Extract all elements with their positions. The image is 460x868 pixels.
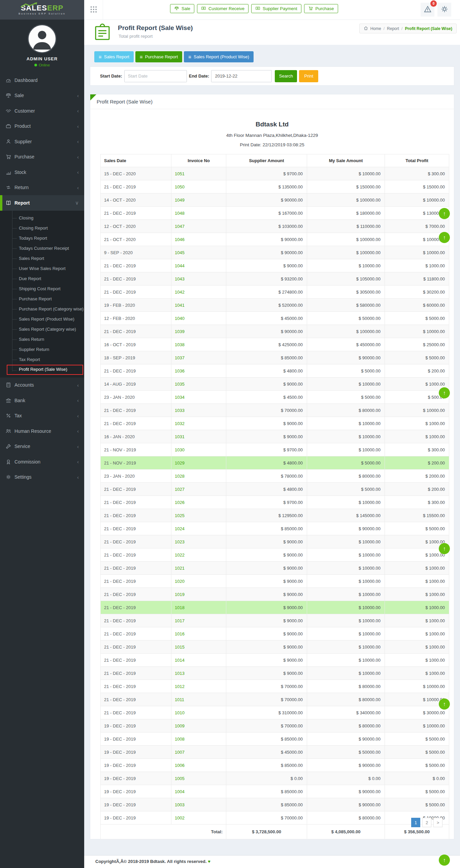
- search-button[interactable]: Search: [275, 70, 297, 82]
- invoice-link[interactable]: 1014: [175, 658, 185, 663]
- invoice-link[interactable]: 1005: [175, 776, 185, 781]
- submenu-item-purchase-report[interactable]: Purchase Report: [0, 294, 84, 304]
- sidebar-item-dashboard[interactable]: Dashboard: [0, 72, 84, 88]
- invoice-link[interactable]: 1050: [175, 184, 185, 189]
- invoice-link[interactable]: 1037: [175, 355, 185, 360]
- invoice-link[interactable]: 1040: [175, 316, 185, 321]
- page-2-button[interactable]: 2: [422, 818, 431, 827]
- tab-purchase-report[interactable]: ≡Purchase Report: [135, 51, 182, 62]
- sidebar-item-supplier[interactable]: Supplier‹: [0, 134, 84, 149]
- sidebar-item-service[interactable]: Service‹: [0, 439, 84, 454]
- scroll-top-button[interactable]: ↑: [439, 208, 450, 219]
- invoice-link[interactable]: 1015: [175, 645, 185, 650]
- apps-grid-icon[interactable]: [89, 5, 98, 14]
- invoice-link[interactable]: 1003: [175, 802, 185, 807]
- submenu-item-user-wise-sales-report[interactable]: User Wise Sales Report: [0, 264, 84, 274]
- submenu-item-tax-report[interactable]: Tax Report: [0, 355, 84, 365]
- sale-button[interactable]: Sale: [170, 4, 194, 13]
- submenu-item-closing-report[interactable]: Closing Report: [0, 223, 84, 233]
- start-date-input[interactable]: [124, 70, 187, 82]
- submenu-item-sales-return[interactable]: Sales Return: [0, 334, 84, 345]
- sidebar-item-accounts[interactable]: Accounts‹: [0, 378, 84, 393]
- avatar[interactable]: [28, 24, 57, 53]
- invoice-link[interactable]: 1004: [175, 789, 185, 794]
- invoice-link[interactable]: 1006: [175, 763, 185, 768]
- submenu-item-todays-report[interactable]: Todays Report: [0, 233, 84, 243]
- invoice-link[interactable]: 1032: [175, 421, 185, 426]
- invoice-link[interactable]: 1024: [175, 526, 185, 531]
- scroll-top-button[interactable]: ↑: [439, 543, 450, 554]
- settings-button[interactable]: [437, 3, 451, 17]
- invoice-link[interactable]: 1036: [175, 368, 185, 373]
- sidebar-item-human-resource[interactable]: Human Resource‹: [0, 423, 84, 439]
- invoice-link[interactable]: 1034: [175, 395, 185, 400]
- invoice-link[interactable]: 1051: [175, 171, 185, 176]
- invoice-link[interactable]: 1048: [175, 211, 185, 216]
- invoice-link[interactable]: 1009: [175, 723, 185, 728]
- invoice-link[interactable]: 1028: [175, 474, 185, 479]
- tab-sales-report[interactable]: ≡Sales Report: [94, 51, 134, 62]
- invoice-link[interactable]: 1008: [175, 737, 185, 742]
- invoice-link[interactable]: 1039: [175, 329, 185, 334]
- submenu-item-sales-report-category-wise[interactable]: Sales Report (Category wise): [0, 324, 84, 334]
- submenu-item-profit-report-sale-wise[interactable]: Profit Report (Sale Wise): [7, 365, 83, 375]
- purchase-button[interactable]: Purchase: [304, 4, 338, 13]
- invoice-link[interactable]: 1038: [175, 342, 185, 347]
- invoice-link[interactable]: 1023: [175, 539, 185, 544]
- submenu-item-closing[interactable]: Closing: [0, 213, 84, 223]
- invoice-link[interactable]: 1019: [175, 592, 185, 597]
- invoice-link[interactable]: 1033: [175, 408, 185, 413]
- scroll-top-button[interactable]: ↑: [439, 387, 450, 398]
- invoice-link[interactable]: 1042: [175, 290, 185, 295]
- submenu-item-due-report[interactable]: Due Report: [0, 274, 84, 284]
- submenu-item-supplier-return[interactable]: Supplier Return: [0, 345, 84, 355]
- invoice-link[interactable]: 1035: [175, 382, 185, 387]
- sidebar-item-return[interactable]: Return‹: [0, 180, 84, 196]
- sidebar-item-report[interactable]: Report∨: [0, 195, 84, 211]
- invoice-link[interactable]: 1041: [175, 303, 185, 308]
- end-date-input[interactable]: [211, 70, 272, 82]
- invoice-link[interactable]: 1047: [175, 224, 185, 229]
- page-next-button[interactable]: >: [433, 818, 442, 827]
- invoice-link[interactable]: 1045: [175, 250, 185, 255]
- sidebar-item-product[interactable]: Product‹: [0, 119, 84, 134]
- invoice-link[interactable]: 1018: [175, 605, 185, 610]
- submenu-item-purchase-report-category-wise[interactable]: Purchase Report (Category wise): [0, 304, 84, 314]
- sidebar-item-stock[interactable]: Stock‹: [0, 164, 84, 180]
- invoice-link[interactable]: 1049: [175, 198, 185, 203]
- customer-receive-button[interactable]: Customer Receive: [197, 4, 249, 13]
- scroll-top-button[interactable]: ↑: [439, 698, 450, 710]
- scroll-top-button[interactable]: ↑: [439, 232, 450, 243]
- invoice-link[interactable]: 1046: [175, 237, 185, 242]
- submenu-item-todays-customer-receipt[interactable]: Todays Customer Receipt: [0, 243, 84, 253]
- invoice-link[interactable]: 1026: [175, 500, 185, 505]
- sidebar-item-purchase[interactable]: Purchase‹: [0, 149, 84, 165]
- invoice-link[interactable]: 1007: [175, 750, 185, 755]
- invoice-link[interactable]: 1022: [175, 552, 185, 558]
- invoice-link[interactable]: 1043: [175, 276, 185, 281]
- sidebar-item-customer[interactable]: Customer‹: [0, 103, 84, 119]
- invoice-link[interactable]: 1012: [175, 684, 185, 689]
- invoice-link[interactable]: 1016: [175, 631, 185, 636]
- breadcrumb-section[interactable]: Report: [387, 26, 399, 31]
- tab-sales-report-product-wise[interactable]: ≡Sales Report (Product Wise): [184, 51, 254, 62]
- breadcrumb-home[interactable]: Home: [370, 26, 381, 31]
- invoice-link[interactable]: 1044: [175, 263, 185, 268]
- sidebar-item-tax[interactable]: Tax‹: [0, 408, 84, 424]
- supplier-payment-button[interactable]: Supplier Payment: [251, 4, 301, 13]
- invoice-link[interactable]: 1020: [175, 579, 185, 584]
- print-button[interactable]: Print: [299, 70, 318, 82]
- sidebar-item-sale[interactable]: Sale‹: [0, 88, 84, 103]
- invoice-link[interactable]: 1017: [175, 618, 185, 623]
- notifications-button[interactable]: 0: [421, 3, 434, 17]
- submenu-item-sales-report[interactable]: Sales Report: [0, 253, 84, 264]
- invoice-link[interactable]: 1021: [175, 566, 185, 571]
- submenu-item-sales-report-product-wise[interactable]: Sales Report (Product Wise): [0, 314, 84, 324]
- sidebar-item-bank[interactable]: Bank‹: [0, 393, 84, 408]
- scroll-top-button[interactable]: ↑: [439, 855, 450, 866]
- invoice-link[interactable]: 1029: [175, 460, 185, 466]
- app-logo[interactable]: SALESERP Business ERP Solution: [0, 0, 84, 20]
- invoice-link[interactable]: 1010: [175, 710, 185, 715]
- invoice-link[interactable]: 1031: [175, 434, 185, 439]
- sidebar-item-settings[interactable]: Settings‹: [0, 470, 84, 485]
